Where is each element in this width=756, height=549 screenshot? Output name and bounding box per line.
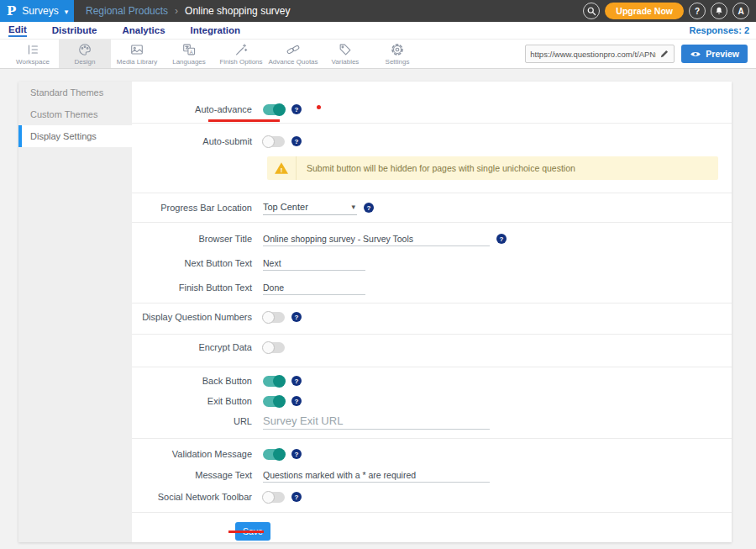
account-avatar[interactable]: A (732, 3, 749, 19)
topbar-actions: Upgrade Now ? A (583, 0, 756, 22)
social-network-toolbar-help-icon[interactable]: ? (291, 492, 302, 502)
warning-triangle-icon: ! (274, 161, 289, 175)
tab-edit[interactable]: Edit (8, 24, 27, 37)
toolbar-item-variables[interactable]: Variables (319, 40, 371, 68)
browser-title-label: Browser Title (132, 234, 252, 244)
finish-button-text-input[interactable] (263, 281, 365, 295)
progress-bar-location-label: Progress Bar Location (132, 203, 252, 213)
toggle-knob (273, 448, 286, 461)
next-button-text-label: Next Button Text (132, 258, 252, 268)
help-button[interactable]: ? (689, 3, 706, 19)
questionpro-logo-icon: P (7, 3, 16, 18)
search-icon (586, 6, 596, 16)
progress-bar-location-select[interactable]: Top Center ▾ (263, 200, 357, 215)
progress-bar-help-icon[interactable]: ? (364, 203, 374, 213)
auto-advance-toggle[interactable] (263, 104, 285, 115)
message-text-label: Message Text (132, 470, 252, 480)
survey-url-box (525, 45, 675, 63)
svg-text:!: ! (281, 166, 283, 174)
annotation-red-dot (317, 105, 321, 109)
top-bar: P Surveys ▾ Regional Products › Online s… (0, 0, 756, 22)
display-question-numbers-help-icon[interactable]: ? (291, 312, 302, 322)
social-network-toolbar-toggle[interactable] (263, 492, 285, 503)
tab-analytics[interactable]: Analytics (122, 24, 165, 36)
upgrade-now-button[interactable]: Upgrade Now (605, 3, 684, 19)
selected-option: Top Center (263, 202, 308, 212)
workspace-icon (25, 42, 40, 57)
settings-icon (390, 42, 405, 57)
social-network-toolbar-label: Social Network Toolbar (132, 492, 252, 502)
back-button-label: Back Button (132, 376, 252, 386)
tab-distribute[interactable]: Distribute (52, 24, 97, 36)
browser-title-help-icon[interactable]: ? (496, 234, 507, 244)
exit-button-help-icon[interactable]: ? (291, 396, 302, 406)
breadcrumb-separator: › (175, 5, 178, 17)
preview-label: Preview (706, 49, 739, 59)
validation-message-toggle[interactable] (263, 449, 285, 460)
finish-options-icon (234, 42, 249, 57)
toolbar-right: Preview (525, 40, 756, 68)
breadcrumb-current: Online shopping survey (185, 5, 290, 17)
toolbar-item-languages[interactable]: A Languages (163, 40, 215, 68)
toggle-knob (273, 375, 286, 388)
sidebar-item-standard-themes[interactable]: Standard Themes (18, 82, 132, 103)
exit-button-label: Exit Button (132, 396, 252, 406)
display-question-numbers-label: Display Question Numbers (132, 312, 252, 322)
toolbar-item-advance-quotas[interactable]: Advance Quotas (267, 40, 319, 68)
breadcrumb-parent[interactable]: Regional Products (86, 5, 168, 17)
tab-integration[interactable]: Integration (191, 24, 240, 36)
surveys-product-menu[interactable]: P Surveys ▾ (0, 0, 74, 22)
sidebar-item-custom-themes[interactable]: Custom Themes (18, 103, 132, 125)
auto-submit-label: Auto-submit (132, 136, 252, 146)
display-question-numbers-toggle[interactable] (263, 312, 285, 323)
svg-text:A: A (190, 50, 193, 55)
product-name: Surveys (22, 5, 58, 17)
notifications-button[interactable] (711, 3, 727, 19)
survey-url-input[interactable] (530, 50, 656, 59)
eye-icon (690, 50, 701, 59)
sidebar-item-display-settings[interactable]: Display Settings (18, 125, 132, 147)
toolbar-item-workspace[interactable]: Workspace (7, 40, 59, 68)
exit-url-input[interactable] (263, 413, 490, 430)
back-button-toggle[interactable] (263, 376, 285, 387)
chevron-down-icon: ▾ (65, 8, 69, 16)
languages-icon: A (181, 42, 197, 57)
preview-button[interactable]: Preview (681, 45, 748, 63)
page-background: Standard Themes Custom Themes Display Se… (0, 69, 756, 549)
bell-icon (714, 6, 724, 16)
toggle-knob (262, 311, 275, 324)
themes-sidebar: Standard Themes Custom Themes Display Se… (18, 82, 132, 542)
media-library-icon (129, 42, 144, 57)
survey-nav: Edit Distribute Analytics Integration Re… (0, 22, 756, 39)
auto-submit-warning: ! Submit button will be hidden for pages… (267, 156, 718, 180)
back-button-help-icon[interactable]: ? (291, 376, 302, 386)
warning-text: Submit button will be hidden for pages w… (297, 163, 575, 173)
toolbar-item-settings[interactable]: Settings (371, 40, 423, 68)
annotation-underline-save (228, 531, 264, 533)
message-text-input[interactable] (263, 468, 490, 483)
display-settings-form: Auto-advance ? Auto-submit ? (132, 82, 732, 542)
advance-quotas-icon (286, 42, 301, 57)
toolbar-item-finish-options[interactable]: Finish Options (215, 40, 267, 68)
next-button-text-input[interactable] (263, 256, 365, 271)
auto-advance-help-icon[interactable]: ? (291, 104, 302, 114)
toggle-knob (262, 341, 275, 354)
chevron-down-icon: ▾ (351, 203, 355, 211)
toggle-knob (262, 491, 275, 504)
toolbar-item-design[interactable]: Design (59, 40, 111, 68)
display-settings-card: Standard Themes Custom Themes Display Se… (18, 82, 732, 542)
exit-button-toggle[interactable] (263, 396, 285, 407)
auto-submit-toggle[interactable] (263, 136, 285, 147)
encrypt-data-label: Encrypt Data (132, 342, 252, 352)
edit-pencil-icon[interactable] (659, 49, 669, 59)
validation-message-help-icon[interactable]: ? (291, 449, 302, 459)
variables-icon (338, 42, 353, 57)
search-button[interactable] (583, 3, 600, 19)
browser-title-input[interactable] (263, 232, 490, 246)
auto-submit-help-icon[interactable]: ? (291, 136, 302, 146)
responses-count[interactable]: Responses: 2 (689, 25, 749, 35)
breadcrumb: Regional Products › Online shopping surv… (74, 0, 290, 22)
encrypt-data-toggle[interactable] (263, 342, 285, 353)
toolbar-item-media-library[interactable]: Media Library (111, 40, 163, 68)
design-icon (77, 42, 92, 57)
